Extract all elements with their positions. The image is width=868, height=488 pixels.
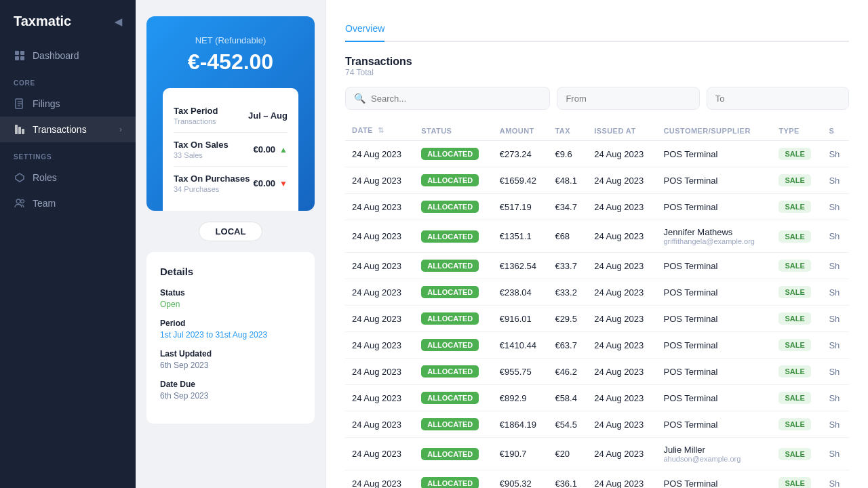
type-badge: SALE: [778, 230, 810, 243]
cell-tax: €58.4: [548, 385, 587, 411]
tab-overview[interactable]: Overview: [345, 16, 384, 42]
svg-rect-10: [22, 129, 24, 134]
type-badge: SALE: [778, 201, 810, 213]
col-date[interactable]: DATE ⇅: [345, 121, 414, 141]
table-row[interactable]: 24 Aug 2023 ALLOCATED €955.75 €46.2 24 A…: [345, 359, 849, 385]
status-badge: ALLOCATED: [421, 392, 479, 404]
col-issued-at: ISSUED AT: [587, 121, 656, 141]
table-row[interactable]: 24 Aug 2023 ALLOCATED €905.32 €36.1 24 A…: [345, 470, 849, 489]
filters-row: 🔍: [345, 87, 849, 110]
cell-status: ALLOCATED: [414, 359, 492, 385]
status-badge: ALLOCATED: [421, 286, 479, 298]
table-row[interactable]: 24 Aug 2023 ALLOCATED €1351.1 €68 24 Aug…: [345, 220, 849, 253]
table-row[interactable]: 24 Aug 2023 ALLOCATED €273.24 €9.6 24 Au…: [345, 141, 849, 167]
sidebar-section-settings: SETTINGS: [0, 142, 136, 165]
cell-customer: POS Terminal: [656, 141, 772, 167]
status-badge: ALLOCATED: [421, 201, 479, 213]
tax-period-value: Jul – Aug: [248, 110, 288, 121]
cell-customer: POS Terminal: [656, 253, 772, 279]
cell-tax: €68: [548, 220, 587, 253]
table-row[interactable]: 24 Aug 2023 ALLOCATED €1864.19 €54.5 24 …: [345, 411, 849, 438]
last-updated-label: Last Updated: [160, 349, 301, 359]
col-customer: CUSTOMER/SUPPLIER: [656, 121, 772, 141]
tab-bar: Overview: [345, 16, 849, 42]
roles-icon: [14, 171, 26, 184]
app-name: Taxmatic: [14, 14, 71, 29]
cell-type: SALE: [772, 385, 822, 411]
cell-amount: €1351.1: [493, 220, 549, 253]
table-row[interactable]: 24 Aug 2023 ALLOCATED €1410.44 €63.7 24 …: [345, 332, 849, 359]
cell-s: Sh: [822, 141, 849, 167]
transactions-total: 74 Total: [345, 68, 849, 77]
cell-customer: Julie Millerahudson@example.org: [656, 438, 772, 470]
cell-tax: €36.1: [548, 470, 587, 489]
cell-type: SALE: [772, 253, 822, 279]
sidebar-item-dashboard[interactable]: Dashboard: [0, 43, 136, 68]
cell-tax: €33.2: [548, 279, 587, 306]
table-row[interactable]: 24 Aug 2023 ALLOCATED €190.7 €20 24 Aug …: [345, 438, 849, 470]
cell-status: ALLOCATED: [414, 194, 492, 220]
cell-amount: €190.7: [493, 438, 549, 470]
cell-date: 24 Aug 2023: [345, 332, 414, 359]
transactions-icon: [14, 123, 26, 136]
tax-on-purchases-sub: 34 Purchases: [174, 185, 250, 193]
svg-rect-3: [20, 56, 24, 60]
tax-on-purchases-row: Tax On Purchases 34 Purchases €0.00 ▼: [174, 167, 288, 200]
sidebar-item-filings[interactable]: Filings: [0, 91, 136, 117]
app-logo: Taxmatic ◀: [0, 0, 136, 43]
table-row[interactable]: 24 Aug 2023 ALLOCATED €1659.42 €48.1 24 …: [345, 167, 849, 194]
cell-date: 24 Aug 2023: [345, 359, 414, 385]
cell-type: SALE: [772, 167, 822, 194]
search-box[interactable]: 🔍: [345, 87, 550, 110]
to-date-input[interactable]: [707, 87, 849, 110]
from-date-input[interactable]: [557, 87, 699, 110]
collapse-button[interactable]: ◀: [115, 16, 122, 27]
net-card-label: NET (Refundable): [163, 35, 298, 45]
sidebar-item-team[interactable]: Team: [0, 190, 136, 216]
customer-name: POS Terminal: [663, 393, 717, 403]
type-badge: SALE: [778, 392, 810, 404]
cell-status: ALLOCATED: [414, 141, 492, 167]
cell-status: ALLOCATED: [414, 306, 492, 332]
cell-issued-at: 24 Aug 2023: [587, 141, 656, 167]
cell-status: ALLOCATED: [414, 438, 492, 470]
status-label: Status: [160, 288, 301, 298]
cell-amount: €273.24: [493, 141, 549, 167]
sidebar-item-transactions[interactable]: Transactions ›: [0, 117, 136, 142]
status-badge: ALLOCATED: [421, 365, 479, 378]
customer-name: Jennifer Mathews: [663, 227, 765, 237]
tax-on-purchases-value: €0.00 ▼: [254, 178, 288, 188]
cell-customer: POS Terminal: [656, 411, 772, 438]
cell-date: 24 Aug 2023: [345, 411, 414, 438]
table-row[interactable]: 24 Aug 2023 ALLOCATED €916.01 €29.5 24 A…: [345, 306, 849, 332]
cell-customer: POS Terminal: [656, 359, 772, 385]
table-row[interactable]: 24 Aug 2023 ALLOCATED €238.04 €33.2 24 A…: [345, 279, 849, 306]
cell-s: Sh: [822, 438, 849, 470]
customer-name: POS Terminal: [663, 420, 717, 430]
cell-type: SALE: [772, 438, 822, 470]
cell-status: ALLOCATED: [414, 385, 492, 411]
period-row: Period 1st Jul 2023 to 31st Aug 2023: [160, 319, 301, 340]
cell-issued-at: 24 Aug 2023: [587, 306, 656, 332]
table-row[interactable]: 24 Aug 2023 ALLOCATED €517.19 €34.7 24 A…: [345, 194, 849, 220]
sidebar-item-roles[interactable]: Roles: [0, 165, 136, 190]
table-row[interactable]: 24 Aug 2023 ALLOCATED €1362.54 €33.7 24 …: [345, 253, 849, 279]
search-input[interactable]: [371, 94, 541, 104]
cell-issued-at: 24 Aug 2023: [587, 359, 656, 385]
local-button[interactable]: LOCAL: [199, 222, 263, 241]
cell-tax: €48.1: [548, 167, 587, 194]
cell-issued-at: 24 Aug 2023: [587, 470, 656, 489]
table-row[interactable]: 24 Aug 2023 ALLOCATED €892.9 €58.4 24 Au…: [345, 385, 849, 411]
status-badge: ALLOCATED: [421, 339, 479, 351]
cell-customer: POS Terminal: [656, 167, 772, 194]
cell-amount: €238.04: [493, 279, 549, 306]
cell-s: Sh: [822, 385, 849, 411]
net-card: NET (Refundable) €-452.00 Tax Period Tra…: [146, 16, 315, 211]
main-content: NET (Refundable) €-452.00 Tax Period Tra…: [136, 0, 868, 488]
left-panel: NET (Refundable) €-452.00 Tax Period Tra…: [136, 0, 326, 488]
transactions-title: Transactions: [345, 56, 849, 68]
cell-tax: €20: [548, 438, 587, 470]
customer-email: ahudson@example.org: [663, 455, 765, 463]
cell-customer: Jennifer Mathewsgriffithangela@example.o…: [656, 220, 772, 253]
cell-amount: €1864.19: [493, 411, 549, 438]
